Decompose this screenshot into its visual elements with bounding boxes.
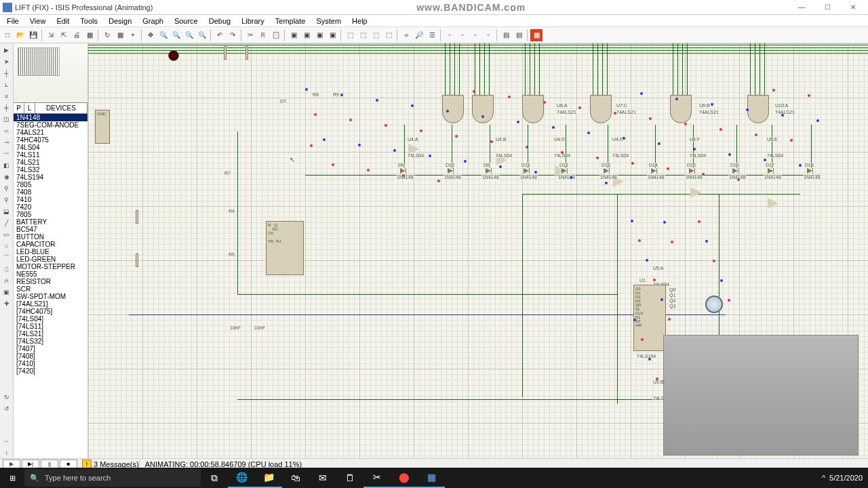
device-item[interactable]: [74ALS21]	[14, 300, 87, 308]
device-item[interactable]: 74LS194	[14, 174, 87, 181]
char-mode[interactable]: A	[1, 275, 12, 286]
device-item[interactable]: 74HC4075	[14, 136, 87, 144]
new-sheet-button[interactable]: ▫	[443, 29, 456, 41]
copy-button[interactable]: ⎘	[257, 29, 269, 41]
bom-button[interactable]: ▤	[500, 29, 512, 41]
zoom-out-button[interactable]: 🔍	[170, 29, 182, 41]
isis-icon[interactable]: ▦	[418, 468, 445, 488]
close-button[interactable]: ✕	[841, 1, 865, 14]
device-item[interactable]: 74LS21	[14, 159, 87, 166]
flip-v-button[interactable]: ↕	[1, 447, 12, 458]
symbol-mode[interactable]: ▣	[1, 287, 12, 298]
tab-l[interactable]: L	[24, 103, 35, 113]
menu-view[interactable]: View	[24, 16, 52, 26]
device-item[interactable]: 74LS04	[14, 144, 87, 151]
bus-mode[interactable]: ╪	[1, 102, 12, 113]
device-item[interactable]: BUTTON	[14, 233, 87, 241]
undo-button[interactable]: ↶	[214, 29, 226, 41]
device-item[interactable]: [74HC4075]	[14, 308, 87, 315]
marker-mode[interactable]: ✚	[1, 298, 12, 309]
zoom-in-button[interactable]: 🔍	[157, 29, 170, 41]
device-item[interactable]: 7SEG-COM-ANODE	[14, 121, 87, 129]
export-button[interactable]: ⇱	[58, 29, 70, 41]
search-button[interactable]: 🔎	[413, 29, 425, 41]
explorer-icon[interactable]: 📁	[255, 468, 282, 488]
menu-source[interactable]: Source	[169, 16, 203, 26]
tab-p[interactable]: P	[14, 103, 24, 113]
pan-button[interactable]: ✥	[144, 29, 157, 41]
pick-button[interactable]: ⬚	[344, 29, 356, 41]
device-item[interactable]: 74ALS21	[14, 129, 87, 136]
selection-mode[interactable]: ▶	[1, 45, 12, 56]
block-copy-button[interactable]: ▣	[288, 29, 300, 41]
device-item[interactable]: [74LS11]	[14, 323, 87, 330]
open-button[interactable]: 📂	[14, 29, 26, 41]
device-list[interactable]: 1N41487SEG-COM-ANODE74ALS2174HC407574LS0…	[14, 114, 87, 458]
device-item[interactable]: 74LS32	[14, 166, 87, 174]
block-delete-button[interactable]: ▣	[326, 29, 338, 41]
rotate-cw-button[interactable]: ↻	[1, 392, 12, 403]
grid-button[interactable]: ▦	[114, 29, 126, 41]
system-tray[interactable]: ^ 5/21/2020	[816, 474, 868, 482]
device-item[interactable]: 7420	[14, 203, 87, 211]
circle-mode[interactable]: ○	[1, 241, 12, 251]
device-item[interactable]: 7805	[14, 181, 87, 188]
decompose-button[interactable]: ⬚	[382, 29, 395, 41]
refresh-button[interactable]: ↻	[101, 29, 113, 41]
line-mode[interactable]: ╱	[1, 218, 12, 228]
path-mode[interactable]: ⬯	[1, 264, 12, 274]
edge-icon[interactable]: 🌐	[228, 468, 255, 488]
rotate-ccw-button[interactable]: ↺	[1, 403, 12, 414]
import-button[interactable]: ⇲	[45, 29, 57, 41]
block-rotate-button[interactable]: ▣	[313, 29, 326, 41]
redo-button[interactable]: ↷	[226, 29, 239, 41]
maximize-button[interactable]: ☐	[815, 1, 840, 14]
origin-button[interactable]: +	[127, 29, 139, 41]
probe-i-mode[interactable]: ⚲	[1, 195, 12, 205]
tab-devices[interactable]: DEVICES	[35, 103, 87, 113]
device-item[interactable]: SCR	[14, 285, 87, 293]
zoom-area-button[interactable]: 🔍	[196, 29, 208, 41]
device-item[interactable]: MOTOR-STEPPER	[14, 263, 87, 270]
print-button[interactable]: 🖨	[71, 29, 83, 41]
graph-mode[interactable]: 〰	[1, 148, 12, 159]
cut-button[interactable]: ✂	[244, 29, 256, 41]
block-move-button[interactable]: ▣	[300, 29, 313, 41]
taskbar-search[interactable]: 🔍 Type here to search	[24, 469, 201, 487]
wire-autoroute-button[interactable]: ⟡	[400, 29, 412, 41]
menu-system[interactable]: System	[311, 16, 347, 26]
menu-template[interactable]: Template	[270, 16, 311, 26]
device-item[interactable]: NE555	[14, 270, 87, 278]
menu-help[interactable]: Help	[347, 16, 373, 26]
device-item[interactable]: 7408	[14, 188, 87, 196]
package-button[interactable]: ⬚	[370, 29, 382, 41]
subcircuit-mode[interactable]: ◫	[1, 114, 12, 125]
paste-button[interactable]: 📋	[270, 29, 282, 41]
device-item[interactable]: [7408]	[14, 352, 87, 360]
make-button[interactable]: ⬚	[357, 29, 369, 41]
device-item[interactable]: LED-BLUE	[14, 248, 87, 256]
menu-graph[interactable]: Graph	[137, 16, 169, 26]
remove-sheet-button[interactable]: ▫	[456, 29, 469, 41]
device-item[interactable]: [74LS21]	[14, 330, 87, 338]
menu-design[interactable]: Design	[103, 16, 137, 26]
generator-mode[interactable]: ◉	[1, 171, 12, 182]
new-button[interactable]: □	[1, 29, 14, 41]
device-item[interactable]: 74LS11	[14, 151, 87, 159]
arc-mode[interactable]: ⌒	[1, 252, 12, 263]
start-button[interactable]: ⊞	[0, 468, 24, 488]
device-item[interactable]: [7410]	[14, 360, 87, 367]
device-item[interactable]: 7805	[14, 211, 87, 218]
device-item[interactable]: [7420]	[14, 367, 87, 375]
message-count[interactable]: 3 Message(s)	[94, 460, 139, 468]
device-item[interactable]: [74LS32]	[14, 338, 87, 345]
instrument-mode[interactable]: ⬓	[1, 206, 12, 217]
task-view-button[interactable]: ⧉	[201, 468, 228, 488]
area-button[interactable]: ▦	[83, 29, 96, 41]
probe-v-mode[interactable]: ⚲	[1, 183, 12, 194]
zoom-all-button[interactable]: 🔍	[183, 29, 195, 41]
exit-sheet-button[interactable]: ▫	[469, 29, 481, 41]
property-button[interactable]: ☰	[426, 29, 438, 41]
device-item[interactable]: 7410	[14, 196, 87, 203]
device-item[interactable]: [74LS04]	[14, 315, 87, 323]
